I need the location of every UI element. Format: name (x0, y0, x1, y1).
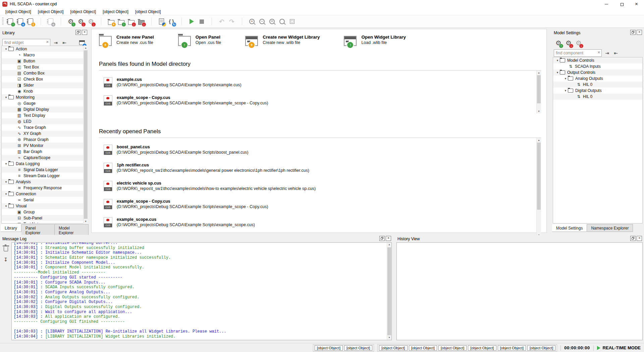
model-load-button[interactable] (6, 17, 15, 26)
library-tree-item[interactable]: Action (2, 46, 88, 52)
find-component-input[interactable] (554, 49, 602, 57)
library-tree-item[interactable]: ◨ Slider (2, 82, 88, 88)
dock-tab[interactable]: Namespace Explorer (587, 224, 633, 232)
library-tree-item[interactable]: Connection (2, 191, 88, 197)
scroll-thumb[interactable] (84, 50, 88, 219)
scroll-thumb[interactable] (537, 143, 541, 210)
library-tree-item[interactable]: ≡ Stream Data Logger (2, 173, 88, 179)
clear-search-icon[interactable] (597, 50, 600, 55)
zoom-out-button[interactable] (257, 17, 267, 26)
menu-item[interactable]: [object Object] (99, 9, 132, 15)
collapse-all-button[interactable] (612, 50, 619, 56)
model-tree-item[interactable]: Output Controls (553, 69, 642, 76)
model-dir-scrollbar[interactable] (536, 70, 541, 113)
panel-file-item[interactable]: CUS 1ph rectifier.cus (D:\WORK\_repos\t_… (104, 163, 541, 176)
dock-tab[interactable]: Model Settings (552, 224, 587, 232)
toolbar-separator[interactable] (36, 17, 45, 26)
panel-file-item[interactable]: CUS example_scope - Copy.cus (D:\WORK\_p… (104, 95, 541, 109)
model-info-button[interactable] (26, 17, 35, 26)
chevron-down-icon[interactable] (4, 180, 8, 184)
settings-download-button[interactable] (76, 17, 86, 26)
open-panel-button[interactable] (116, 17, 126, 26)
library-tree-item[interactable]: ◔ Macro (2, 52, 88, 58)
redo-button[interactable] (227, 17, 236, 26)
menu-item[interactable]: [object Object] (67, 9, 99, 15)
library-tree-item[interactable]: ⊞ PV Monitor (2, 143, 88, 149)
quick-action-button[interactable]: Open Widget Library Load .wlib file (344, 35, 406, 46)
settings-partial-download-button[interactable] (86, 17, 96, 26)
toolbar-grip[interactable] (2, 17, 4, 26)
quick-action-button[interactable]: Open Panel Open .cus file (178, 35, 221, 46)
panel-file-item[interactable]: CUS electric vehicle sp.cus (D:\WORK\_re… (104, 181, 541, 194)
library-tree-item[interactable]: ≍ Serial (2, 197, 88, 203)
library-tree-item[interactable]: Analysis (2, 179, 88, 185)
library-tree-item[interactable]: ◉ Knob (2, 88, 88, 94)
toolbar-separator[interactable] (96, 17, 106, 26)
chevron-down-icon[interactable] (4, 162, 8, 165)
toolbar-separator[interactable] (177, 17, 186, 26)
model-tree-item[interactable]: ⇅ HIL 0 (553, 82, 642, 88)
model-open-button[interactable] (16, 17, 25, 26)
fit-screen-button[interactable] (287, 17, 297, 26)
model-tree-item[interactable]: ⇅ SCADA Inputs (553, 63, 642, 69)
library-tree-item[interactable]: ≡ Signal Data Logger (2, 167, 88, 173)
panel-file-item[interactable]: CUS example_scope.cus (D:\WORK\_projects… (104, 217, 541, 231)
scroll-to-bottom-icon[interactable] (4, 257, 8, 263)
chevron-down-icon[interactable] (555, 71, 560, 74)
chevron-down-icon[interactable] (4, 204, 8, 208)
collapse-all-button[interactable] (61, 39, 68, 46)
chevron-down-icon[interactable] (4, 96, 8, 99)
model-tree-item[interactable]: ⇅ HIL 0 (553, 94, 642, 100)
float-panel-icon[interactable] (630, 30, 636, 35)
toolbar-separator[interactable] (237, 17, 247, 26)
undo-button[interactable] (217, 17, 226, 26)
model-tree-item[interactable]: Digital Outputs (553, 88, 642, 94)
float-panel-icon[interactable] (75, 30, 81, 35)
scroll-up-icon[interactable] (387, 243, 391, 247)
model-settings-download-button[interactable] (564, 38, 573, 48)
scroll-down-icon[interactable] (537, 109, 541, 113)
scroll-up-icon[interactable] (537, 70, 541, 75)
panel-file-item[interactable]: CUS example.cus (D:\WORK\_projects\Debug… (104, 77, 541, 91)
restore-button[interactable] (614, 0, 629, 8)
close-panel-icon[interactable] (637, 236, 642, 241)
menu-item[interactable]: [object Object] (2, 9, 35, 15)
scroll-up-icon[interactable] (537, 138, 541, 142)
clear-search-icon[interactable] (46, 40, 49, 44)
library-tree-item[interactable]: Visual (2, 203, 88, 209)
library-tree-item[interactable]: ◎ Gauge (2, 100, 88, 106)
panel-file-item[interactable]: CUS example_scope - Copy.cus (D:\WORK\_p… (104, 199, 541, 212)
toolbar-separator[interactable] (207, 17, 216, 26)
quick-action-button[interactable]: Create new Panel Create new .cus file (99, 35, 154, 46)
zoom-in-button[interactable] (247, 17, 257, 26)
menu-item[interactable]: [object Object] (132, 9, 164, 15)
model-tree-item[interactable]: Analog Outputs (553, 76, 642, 82)
library-tree-item[interactable]: ▣ Button (2, 58, 88, 64)
library-tree-item[interactable]: Data Logging (2, 161, 88, 167)
library-tree-item[interactable]: ∿ XY Graph (2, 131, 88, 137)
library-tree-item[interactable]: ◫ Text Box (2, 64, 88, 70)
scroll-thumb[interactable] (537, 75, 541, 103)
library-scrollbar[interactable] (83, 46, 88, 223)
start-simulation-button[interactable] (187, 17, 196, 26)
library-tree-item[interactable]: ▤ Text Note (2, 221, 88, 223)
close-panel-icon[interactable] (386, 236, 391, 241)
close-panel-icon[interactable] (82, 30, 87, 35)
library-tree-item[interactable]: ◍ LED (2, 118, 88, 124)
scroll-down-icon[interactable] (84, 219, 88, 223)
expand-all-button[interactable] (604, 50, 610, 56)
chevron-down-icon[interactable] (563, 77, 568, 80)
log-scrollbar[interactable] (387, 243, 391, 340)
library-tree-item[interactable]: Monitoring (2, 94, 88, 100)
zoom-reset-button[interactable] (267, 17, 277, 26)
float-panel-icon[interactable] (379, 236, 385, 241)
find-widget-input[interactable] (2, 39, 50, 46)
library-tree-item[interactable]: ▥ Bar Graph (2, 149, 88, 155)
script-editor-button[interactable] (157, 17, 166, 26)
model-settings-partial-download-button[interactable] (574, 38, 583, 48)
library-tree-item[interactable]: ▥ Text Display (2, 112, 88, 118)
save-panel-as-button[interactable] (137, 17, 146, 26)
library-tree-item[interactable]: ☑ Check Box (2, 76, 88, 82)
toolbar-separator[interactable] (147, 17, 156, 26)
chevron-down-icon[interactable] (4, 192, 8, 196)
